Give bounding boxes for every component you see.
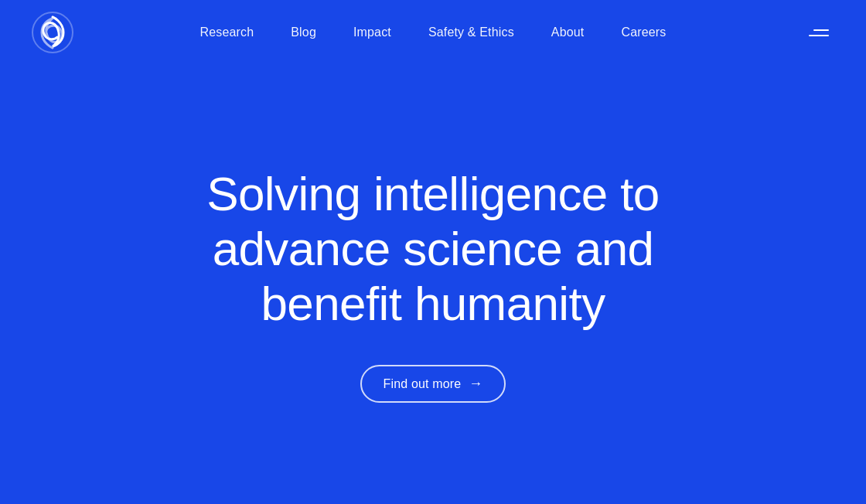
nav-item-research[interactable]: Research xyxy=(185,19,270,46)
find-out-more-button[interactable]: Find out more → xyxy=(360,365,506,403)
nav-item-safety-ethics[interactable]: Safety & Ethics xyxy=(413,19,530,46)
nav-item-about[interactable]: About xyxy=(536,19,600,46)
find-out-more-label: Find out more xyxy=(384,377,462,391)
nav-item-careers[interactable]: Careers xyxy=(605,19,681,46)
hamburger-menu-icon[interactable] xyxy=(803,23,835,43)
nav-item-impact[interactable]: Impact xyxy=(338,19,407,46)
header: Research Blog Impact Safety & Ethics Abo… xyxy=(0,0,866,65)
main-nav: Research Blog Impact Safety & Ethics Abo… xyxy=(185,19,682,46)
arrow-right-icon: → xyxy=(469,376,482,392)
hero-title: Solving intelligence to advance science … xyxy=(139,166,727,332)
nav-item-blog[interactable]: Blog xyxy=(275,19,332,46)
logo[interactable] xyxy=(31,11,74,54)
hero-section: Solving intelligence to advance science … xyxy=(0,65,866,504)
